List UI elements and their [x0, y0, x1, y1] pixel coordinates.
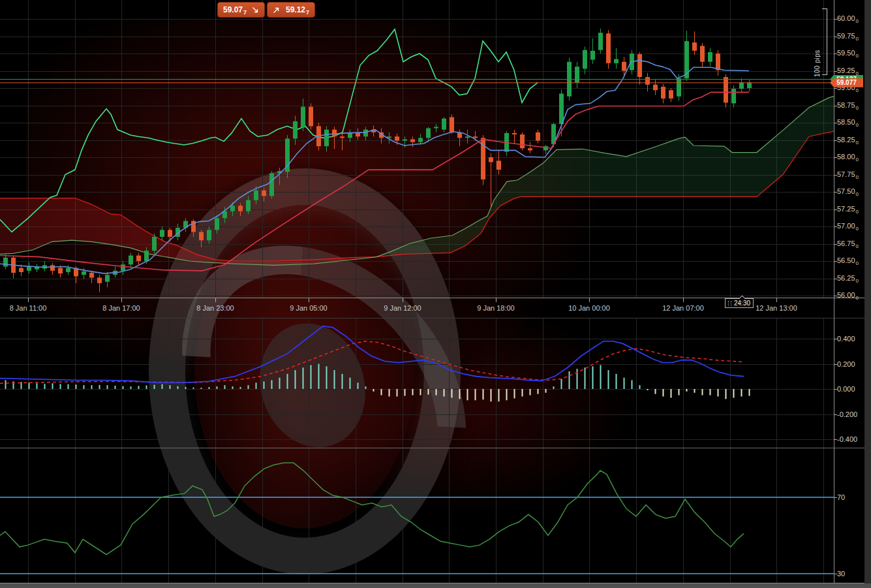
- price-axis-label: 56.750: [837, 240, 859, 247]
- price-axis-label: 57.500: [837, 187, 859, 195]
- macd-axis-label: -0.200: [837, 410, 857, 418]
- price-axis-label: 58.000: [837, 153, 859, 161]
- price-axis-label: 57.250: [837, 205, 859, 213]
- buy-arrow-icon: [273, 7, 280, 14]
- candle-countdown[interactable]: 24:30: [725, 298, 754, 308]
- sell-arrow-icon: [252, 7, 259, 14]
- rsi-axis-label: 30: [837, 570, 845, 578]
- price-axis-label: 58.500: [837, 118, 859, 126]
- macd-axis-label: -0.400: [837, 435, 857, 443]
- macd-axis-label: 0.000: [837, 385, 855, 393]
- macd-axis-label: 0.200: [837, 360, 855, 368]
- price-axis-label: 60.000: [837, 14, 859, 22]
- price-axis-label: 57.750: [837, 170, 859, 178]
- price-axis-label: 59.250: [837, 67, 859, 74]
- time-axis-label: 9 Jan 18:00: [460, 304, 532, 312]
- price-axis-label: 59.500: [837, 49, 859, 57]
- sell-button[interactable]: 59.077: [217, 2, 265, 18]
- price-axis-label: 56.250: [837, 274, 859, 282]
- price-axis-label: 58.250: [837, 136, 859, 144]
- rsi-panel-area[interactable]: [0, 448, 834, 583]
- window-bottom-edge: [0, 583, 871, 588]
- time-axis-label: 8 Jan 23:00: [179, 304, 251, 312]
- time-axis-label: 8 Jan 11:00: [0, 304, 64, 312]
- buy-button[interactable]: 59.127: [267, 2, 315, 18]
- macd-panel-area[interactable]: [0, 318, 834, 448]
- time-axis-label: 9 Jan 12:00: [367, 304, 438, 312]
- price-axis-label: 56.000: [837, 291, 859, 299]
- time-axis-label: 10 Jan 00:00: [553, 304, 625, 312]
- price-axis-label: 56.500: [837, 256, 859, 264]
- buy-price: 59.127: [286, 5, 309, 14]
- macd-axis-label: 0.400: [837, 335, 855, 343]
- time-axis-label: 9 Jan 05:00: [273, 304, 344, 312]
- price-axis-label: 58.750: [837, 101, 859, 109]
- window-right-edge: [864, 0, 871, 583]
- trading-platform-window: 59.077 59.127 100 pips 59.127 59.077 24:…: [0, 0, 871, 588]
- sell-price: 59.077: [223, 5, 247, 14]
- rsi-axis-label: 70: [837, 493, 845, 501]
- pips-ruler-label: 100 pips: [814, 26, 821, 77]
- time-axis-label: 12 Jan 07:00: [647, 304, 719, 312]
- price-axis-label: 59.750: [837, 32, 859, 40]
- bid-price-tag: 59.077: [830, 78, 863, 87]
- time-axis-label: 8 Jan 17:00: [85, 304, 157, 312]
- main-price-chart-area[interactable]: [0, 0, 834, 298]
- drag-grip-icon: [728, 301, 731, 306]
- price-axis-label: 57.000: [837, 222, 859, 230]
